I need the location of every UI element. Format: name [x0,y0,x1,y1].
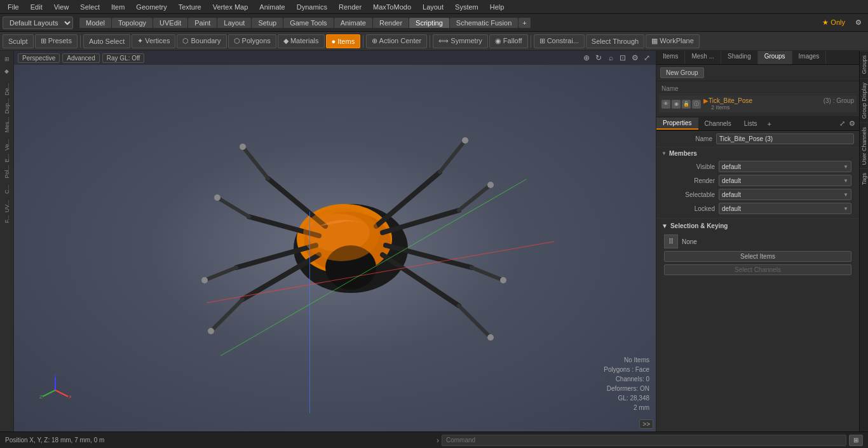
viewport-icon-camera[interactable]: ⊕ [581,53,592,63]
prop-tab-plus[interactable]: + [763,118,775,130]
tab-plus[interactable]: + [519,18,530,28]
group-visibility-icon[interactable]: 👁 [661,100,670,109]
sidebar-edge[interactable]: E... [3,153,11,164]
polygons-button[interactable]: ⬡ Polygons [228,34,276,48]
action-center-button[interactable]: ⊕ Action Center [366,34,427,48]
selection-title[interactable]: ▼ Selection & Keying [661,222,854,229]
tab-setup[interactable]: Setup [252,18,283,28]
workplane-button[interactable]: ▦ WorkPlane [646,34,700,48]
sidebar-icon-1[interactable]: ⊞ [1,53,13,65]
tab-model[interactable]: Model [79,18,111,28]
tab-render[interactable]: Render [373,18,409,28]
edge-tab-userchannels[interactable]: User Channels [860,123,868,169]
prop-icon-expand[interactable]: ⤢ [837,119,846,128]
tab-gametools[interactable]: Game Tools [283,18,334,28]
layout-dropdown[interactable]: Default Layouts [3,17,73,29]
rpanel-tab-shading[interactable]: Shading [721,51,758,64]
menu-view[interactable]: View [49,2,74,12]
autoselect-button[interactable]: Auto Select [83,34,130,48]
members-title[interactable]: ▼ Members [661,150,854,157]
tab-scripting[interactable]: Scripting [409,18,449,28]
menu-vertex-map[interactable]: Vertex Map [208,2,254,12]
group-item[interactable]: 👁 ◉ 🔒 ⓘ ▶ Tick_Bite_Pose (3) : Group 2 I… [659,95,857,112]
tab-layout[interactable]: Layout [217,18,251,28]
edge-tab-groupdisplay[interactable]: Group Display [860,78,868,123]
menu-geometry[interactable]: Geometry [131,2,172,12]
tab-schematic[interactable]: Schematic Fusion [450,18,518,28]
advanced-button[interactable]: Advanced [62,53,99,63]
tab-paint[interactable]: Paint [188,18,217,28]
rpanel-tab-mesh[interactable]: Mesh ... [685,51,721,64]
menu-maxtomodo[interactable]: MaxToModo [368,2,416,12]
falloff-button[interactable]: ◉ Falloff [489,34,528,48]
cmd-arrow[interactable]: › [437,436,439,445]
menu-dynamics[interactable]: Dynamics [292,2,332,12]
viewport[interactable]: Perspective Advanced Ray GL: Off ⊕ ↻ ⌕ ⊡… [14,51,656,431]
viewport-icon-settings[interactable]: ⚙ [630,53,640,63]
constraints-button[interactable]: ⊞ Constrai... [534,34,585,48]
group-lock-icon[interactable]: 🔒 [682,100,691,109]
menu-help[interactable]: Help [485,2,510,12]
keying-icon[interactable]: ⠿ [664,234,678,248]
new-group-button[interactable]: New Group [660,67,704,78]
viewport-icon-rotate[interactable]: ↻ [593,53,604,63]
rpanel-tab-images[interactable]: Images [792,51,827,64]
viewport-icon-expand[interactable]: ⤢ [642,53,652,63]
visible-dropdown[interactable]: default ▼ [719,161,851,172]
tab-topology[interactable]: Topology [112,18,153,28]
menu-render[interactable]: Render [334,2,367,12]
rpanel-tab-groups[interactable]: Groups [758,51,792,64]
prop-tab-lists[interactable]: Lists [738,118,764,129]
expand-button[interactable]: >> [639,419,653,429]
select-channels-button[interactable]: Select Channels [664,264,851,275]
prop-tab-channels[interactable]: Channels [698,118,738,129]
menu-animate[interactable]: Animate [254,2,290,12]
sculpt-button[interactable]: Sculpt [3,34,34,48]
menu-item[interactable]: Item [106,2,130,12]
menu-select[interactable]: Select [75,2,105,12]
sidebar-uv[interactable]: UV... [3,199,11,214]
perspective-button[interactable]: Perspective [18,53,60,63]
prop-tab-properties[interactable]: Properties [656,118,698,130]
menu-file[interactable]: File [3,2,24,12]
sidebar-duplicate[interactable]: Dup... [3,97,11,115]
cmd-button[interactable]: ⊞ [849,435,863,446]
menu-edit[interactable]: Edit [25,2,48,12]
rpanel-tab-items[interactable]: Items [656,51,685,64]
render-dropdown[interactable]: default ▼ [719,175,851,186]
tab-uvedit[interactable]: UVEdit [153,18,187,28]
items-button[interactable]: ● Items [326,34,361,48]
sidebar-deformer[interactable]: De... [3,82,11,97]
sidebar-falloff[interactable]: F... [3,214,11,224]
symmetry-button[interactable]: ⟺ Symmetry [433,34,488,48]
viewport-icon-zoom[interactable]: ⌕ [606,53,616,63]
select-items-button[interactable]: Select Items [664,251,851,262]
edge-tab-groups[interactable]: Groups [860,51,868,78]
viewport-icon-fit[interactable]: ⊡ [618,53,628,63]
name-input[interactable] [716,133,854,144]
prop-icon-settings[interactable]: ⚙ [848,119,857,128]
vertices-button[interactable]: ✦ Vertices [132,34,175,48]
locked-dropdown[interactable]: default ▼ [719,203,851,214]
group-render-icon[interactable]: ◉ [672,100,681,109]
sidebar-poly[interactable]: Pol... [3,164,11,180]
sidebar-mesh[interactable]: Mes... [3,116,11,134]
sidebar-curves[interactable]: C... [3,184,11,195]
command-input[interactable] [442,435,846,446]
star-button[interactable]: ★ Only [817,17,850,28]
materials-button[interactable]: ◆ Materials [278,34,325,48]
presets-button[interactable]: ⊞ Presets [35,34,78,48]
selectable-dropdown[interactable]: default ▼ [719,189,851,200]
menu-texture[interactable]: Texture [173,2,207,12]
select-through-button[interactable]: Select Through [586,34,644,48]
raygl-button[interactable]: Ray GL: Off [102,53,145,63]
boundary-button[interactable]: ⬡ Boundary [177,34,226,48]
sidebar-vertex[interactable]: Ve... [3,138,11,152]
sidebar-icon-2[interactable]: ◆ [1,65,13,77]
menu-system[interactable]: System [450,2,484,12]
group-info-icon[interactable]: ⓘ [692,100,701,109]
tab-animate[interactable]: Animate [334,18,372,28]
menu-layout[interactable]: Layout [417,2,449,12]
gear-button[interactable]: ⚙ [851,17,865,28]
edge-tab-tags[interactable]: Tags [860,168,868,189]
